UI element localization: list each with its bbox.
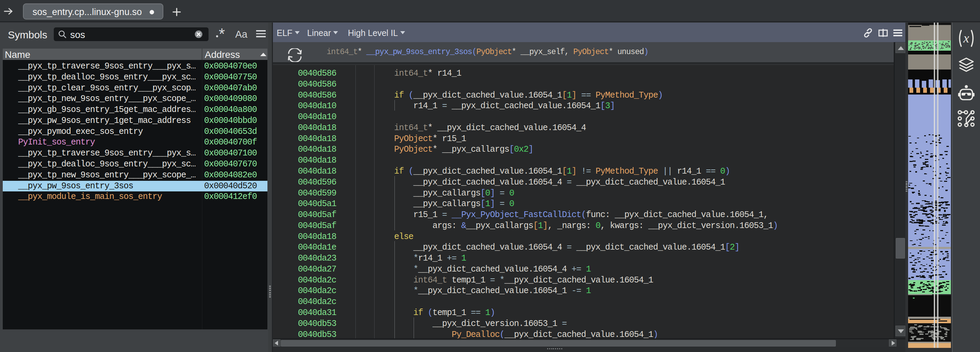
svg-text:x: x [963, 31, 969, 45]
